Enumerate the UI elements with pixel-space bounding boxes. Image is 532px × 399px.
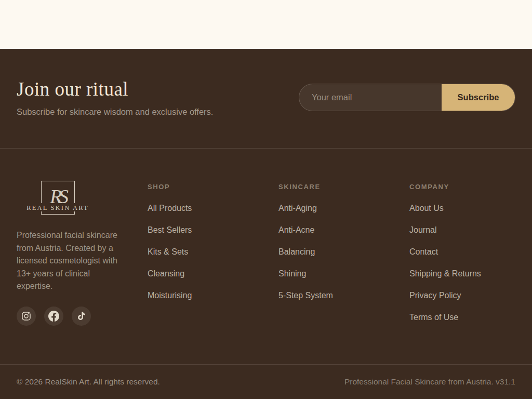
link-anti-aging[interactable]: Anti-Aging [278, 204, 317, 212]
email-input[interactable] [299, 84, 442, 111]
link-terms-of-use[interactable]: Terms of Use [409, 313, 458, 322]
instagram-link[interactable] [17, 307, 36, 326]
tiktok-icon [77, 312, 86, 320]
footer-tagline: Professional Facial Skincare from Austri… [344, 377, 515, 387]
link-cleansing[interactable]: Cleansing [148, 269, 184, 278]
brand-column: RS REAL SKIN ART Professional facial ski… [17, 183, 123, 335]
link-anti-acne[interactable]: Anti-Acne [278, 225, 314, 234]
link-best-sellers[interactable]: Best Sellers [148, 225, 192, 234]
instagram-icon [21, 311, 31, 321]
brand-logo: RS REAL SKIN ART [17, 179, 100, 217]
link-balancing[interactable]: Balancing [278, 247, 315, 256]
social-links [17, 307, 123, 326]
company-column: COMPANY About Us Journal Contact Shippin… [409, 183, 515, 335]
link-kits-sets[interactable]: Kits & Sets [148, 247, 188, 256]
shop-link-list: All Products Best Sellers Kits & Sets Cl… [148, 204, 254, 300]
link-contact[interactable]: Contact [409, 247, 438, 256]
footer-bottom-bar: © 2026 RealSkin Art. All rights reserved… [0, 364, 532, 399]
skincare-column-title: SKINCARE [278, 183, 384, 191]
skincare-link-list: Anti-Aging Anti-Acne Balancing Shining 5… [278, 204, 384, 300]
company-column-title: COMPANY [409, 183, 515, 191]
link-shining[interactable]: Shining [278, 269, 306, 278]
link-5-step-system[interactable]: 5-Step System [278, 291, 333, 300]
page-content-above-footer [0, 0, 532, 49]
link-all-products[interactable]: All Products [148, 204, 192, 212]
newsletter-section: Join our ritual Subscribe for skincare w… [0, 49, 532, 149]
link-shipping-returns[interactable]: Shipping & Returns [409, 269, 481, 278]
logo-wordmark: REAL SKIN ART [26, 204, 89, 211]
shop-column-title: SHOP [148, 183, 254, 191]
link-journal[interactable]: Journal [409, 225, 436, 234]
newsletter-text-block: Join our ritual Subscribe for skincare w… [17, 78, 213, 117]
newsletter-subtitle: Subscribe for skincare wisdom and exclus… [17, 107, 213, 117]
brand-description: Professional facial skincare from Austri… [17, 229, 121, 293]
site-footer: Join our ritual Subscribe for skincare w… [0, 49, 532, 399]
link-moisturising[interactable]: Moisturising [148, 291, 192, 300]
tiktok-link[interactable] [72, 307, 91, 326]
footer-columns: RS REAL SKIN ART Professional facial ski… [0, 149, 532, 335]
link-privacy-policy[interactable]: Privacy Policy [409, 291, 461, 300]
subscribe-form: Subscribe [299, 84, 515, 111]
subscribe-button[interactable]: Subscribe [442, 84, 515, 111]
copyright-text: © 2026 RealSkin Art. All rights reserved… [17, 377, 160, 387]
newsletter-title: Join our ritual [17, 78, 213, 101]
facebook-icon [48, 311, 59, 322]
company-link-list: About Us Journal Contact Shipping & Retu… [409, 204, 515, 322]
facebook-link[interactable] [44, 307, 63, 326]
shop-column: SHOP All Products Best Sellers Kits & Se… [148, 183, 254, 335]
skincare-column: SKINCARE Anti-Aging Anti-Acne Balancing … [278, 183, 384, 335]
link-about-us[interactable]: About Us [409, 204, 444, 212]
